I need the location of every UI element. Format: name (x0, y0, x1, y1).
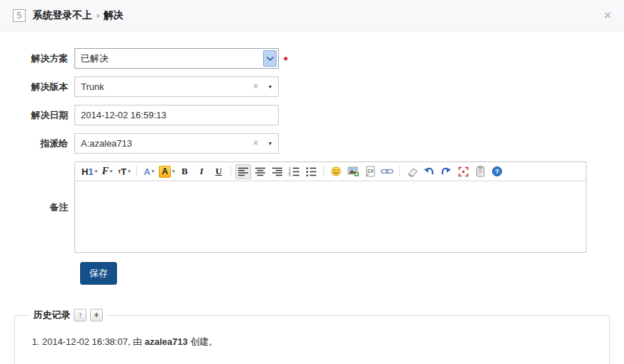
bug-title: 系统登录不上 (33, 9, 92, 22)
assigned-to-input[interactable] (74, 133, 279, 154)
toolbar-separator (136, 166, 137, 177)
dropdown-caret-icon[interactable]: ▾ (269, 84, 272, 90)
underline-button[interactable]: U (211, 164, 226, 179)
resolved-build-picker: × ▾ (74, 76, 279, 97)
shrink-icon (458, 166, 469, 177)
dialog-header: 5 系统登录不上 › 解决 × (0, 0, 624, 31)
align-center-icon (255, 167, 266, 176)
clipboard-icon (475, 166, 486, 177)
emoticon-button[interactable] (328, 164, 344, 179)
remove-format-button[interactable] (404, 164, 420, 179)
clear-icon[interactable]: × (253, 82, 258, 91)
insert-link-button[interactable] (379, 164, 395, 179)
align-left-icon (238, 167, 249, 176)
align-left-button[interactable] (235, 164, 251, 179)
close-icon[interactable]: × (604, 9, 611, 21)
history-entry-user: azalea713 (145, 336, 188, 347)
toolbar-separator (230, 166, 231, 177)
editor-content-area[interactable] (75, 181, 586, 252)
caret-down-icon: ▾ (172, 169, 175, 174)
history-entry-suffix: 创建。 (188, 336, 218, 347)
resolved-date-input[interactable] (74, 105, 279, 125)
ordered-list-icon: 1 2 3 (289, 166, 300, 176)
redo-icon (440, 166, 452, 176)
insert-image-button[interactable] (345, 164, 361, 179)
caret-down-icon: ▾ (128, 169, 131, 174)
unordered-list-icon (306, 166, 317, 176)
history-entry-prefix: 1. 2014-12-02 16:38:07, 由 (32, 336, 145, 347)
resolved-date-label: 解决日期 (0, 109, 74, 122)
highlight-color-button[interactable]: A ▾ (158, 164, 175, 179)
bold-button[interactable]: B (177, 164, 192, 179)
rich-text-editor: H1 ▾ F ▾ тT ▾ A ▾ A ▾ (74, 161, 586, 253)
unordered-list-button[interactable] (303, 164, 319, 179)
resolve-form: 解决方案 已解决 * 解决版本 × ▾ 解决日期 (0, 31, 624, 285)
svg-text:3: 3 (289, 173, 291, 176)
clear-icon[interactable]: × (253, 139, 258, 147)
editor-toolbar: H1 ▾ F ▾ тT ▾ A ▾ A ▾ (75, 162, 586, 181)
italic-button[interactable]: I (194, 164, 209, 179)
caret-down-icon: ▾ (95, 169, 98, 174)
undo-icon (423, 166, 435, 176)
help-icon: ? (491, 166, 503, 177)
assigned-to-picker: × ▾ (74, 133, 279, 154)
link-icon (381, 167, 394, 176)
save-button[interactable]: 保存 (80, 262, 117, 285)
insert-code-button[interactable]: C# (362, 164, 378, 179)
action-title: 解决 (104, 9, 123, 22)
svg-text:?: ? (495, 167, 499, 175)
select-arrow-button[interactable] (263, 50, 277, 67)
toolbar-separator (399, 166, 400, 177)
chevron-down-icon (267, 57, 274, 61)
resolved-build-input[interactable] (74, 76, 279, 97)
fullscreen-toggle-button[interactable] (455, 164, 471, 179)
resolution-label: 解决方案 (0, 52, 74, 65)
text-color-button[interactable]: A ▾ (141, 164, 157, 179)
font-family-button[interactable]: F ▾ (99, 164, 115, 179)
eraser-icon (406, 166, 418, 177)
caret-down-icon: ▾ (110, 169, 113, 174)
caret-down-icon: ▾ (152, 169, 155, 174)
resolution-value: 已解决 (81, 52, 108, 65)
paste-button[interactable] (472, 164, 488, 179)
smiley-icon (330, 166, 342, 177)
align-center-button[interactable] (252, 164, 268, 179)
about-button[interactable]: ? (489, 164, 505, 179)
resolved-build-label: 解决版本 (0, 81, 74, 93)
toolbar-separator (323, 166, 324, 177)
add-comment-button[interactable]: + (90, 309, 103, 322)
required-mark: * (284, 54, 288, 66)
dropdown-caret-icon[interactable]: ▾ (269, 141, 272, 147)
font-size-button[interactable]: тT ▾ (116, 164, 132, 179)
history-section: 历史记录 ↑ + 1. 2014-12-02 16:38:07, 由 azale… (14, 309, 610, 364)
image-icon (347, 166, 360, 177)
collapse-button[interactable]: ↑ (74, 309, 87, 322)
comment-label: 备注 (0, 201, 74, 214)
history-title: 历史记录 (33, 309, 70, 322)
align-right-button[interactable] (269, 164, 285, 179)
bug-id-badge: 5 (13, 9, 26, 22)
breadcrumb-separator: › (96, 10, 99, 21)
ordered-list-button[interactable]: 1 2 3 (286, 164, 302, 179)
code-icon: C# (365, 166, 376, 177)
svg-text:C#: C# (367, 169, 374, 174)
history-entry: 1. 2014-12-02 16:38:07, 由 azalea713 创建。 (25, 336, 599, 348)
redo-button[interactable] (438, 164, 454, 179)
assigned-to-label: 指派给 (0, 137, 74, 150)
resolution-select[interactable]: 已解决 (74, 48, 279, 69)
align-right-icon (272, 167, 283, 176)
heading-button[interactable]: H1 ▾ (81, 164, 98, 179)
undo-button[interactable] (421, 164, 437, 179)
